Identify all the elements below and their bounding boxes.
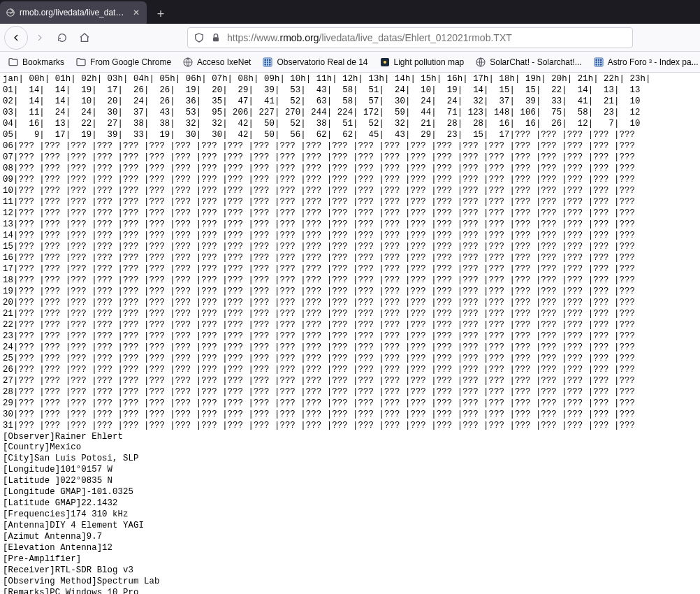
home-button[interactable] (74, 27, 95, 48)
svg-rect-21 (597, 61, 599, 63)
tab-favicon (6, 8, 15, 17)
lock-icon (210, 32, 221, 43)
url-text: https://www.rmob.org/livedata/live_datas… (227, 32, 627, 43)
bookmark-label: Acceso IxeNet (197, 57, 251, 67)
bookmark-item[interactable]: Bookmarks (4, 55, 68, 70)
bookmark-label: SolarChat! - Solarchat!... (490, 57, 581, 67)
navbar: https://www.rmob.org/livedata/live_datas… (0, 24, 700, 52)
page-text-content: jan| 00h| 01h| 02h| 03h| 04h| 05h| 06h| … (0, 73, 700, 594)
svg-rect-7 (265, 61, 267, 63)
folder-icon (8, 57, 19, 68)
bookmark-label: Bookmarks (22, 57, 64, 67)
svg-point-14 (384, 61, 386, 64)
grid-icon (593, 57, 604, 68)
svg-rect-22 (600, 61, 602, 63)
svg-rect-5 (267, 59, 269, 61)
svg-rect-23 (595, 64, 597, 66)
svg-rect-11 (267, 64, 269, 66)
url-host: rmob.org (279, 32, 319, 43)
back-button[interactable] (4, 26, 28, 50)
tab-title: rmob.org/livedata/live_datas/E (20, 8, 127, 17)
bookmark-label: Light pollution map (394, 57, 465, 67)
shield-icon (194, 32, 205, 43)
browser-tab[interactable]: rmob.org/livedata/live_datas/E ✕ (0, 1, 147, 24)
url-path: /livedata/live_datas/Ehlert_012021rmob.T… (319, 32, 512, 43)
svg-rect-19 (600, 59, 602, 61)
bookmark-item[interactable]: Light pollution map (376, 55, 468, 70)
svg-rect-6 (269, 59, 271, 61)
new-tab-button[interactable]: + (151, 4, 170, 24)
globe-icon (182, 57, 194, 68)
bookmark-item[interactable]: From Google Chrome (72, 55, 175, 70)
svg-rect-12 (269, 64, 271, 66)
svg-rect-9 (269, 61, 271, 63)
reload-button[interactable] (52, 27, 73, 48)
svg-rect-25 (600, 64, 602, 66)
svg-rect-1 (213, 37, 219, 41)
bookmark-item[interactable]: SolarChat! - Solarchat!... (472, 55, 585, 70)
svg-rect-17 (595, 59, 597, 61)
folder-icon (75, 57, 87, 68)
svg-rect-18 (597, 59, 599, 61)
grid-icon (262, 57, 273, 68)
svg-rect-24 (597, 64, 599, 66)
bookmark-item[interactable]: Acceso IxeNet (179, 55, 254, 70)
tab-close-icon[interactable]: ✕ (131, 8, 141, 17)
dot-icon (379, 57, 391, 68)
svg-rect-8 (267, 61, 269, 63)
bookmarks-bar: BookmarksFrom Google ChromeAcceso IxeNet… (0, 52, 700, 73)
bookmark-label: From Google Chrome (90, 57, 171, 67)
forward-button[interactable] (29, 27, 50, 48)
bookmark-item[interactable]: Astro Foro ³ - Index pa... (590, 55, 700, 70)
url-bar[interactable]: https://www.rmob.org/livedata/live_datas… (187, 27, 633, 48)
bookmark-label: Observatorio Real de 14 (277, 57, 367, 67)
globe-icon (475, 57, 486, 68)
bookmark-item[interactable]: Observatorio Real de 14 (258, 55, 371, 70)
svg-rect-4 (265, 59, 267, 61)
bookmark-label: Astro Foro ³ - Index pa... (608, 57, 699, 67)
tab-strip: rmob.org/livedata/live_datas/E ✕ + (0, 0, 700, 24)
url-protocol: https://www. (227, 32, 279, 43)
svg-rect-10 (265, 64, 267, 66)
svg-rect-20 (595, 61, 597, 63)
